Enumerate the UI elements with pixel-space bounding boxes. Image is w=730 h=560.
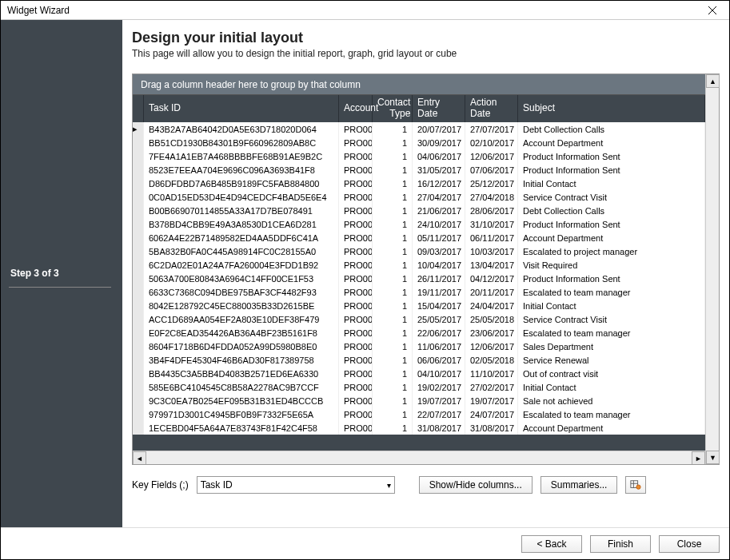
cell-contact-type[interactable]: 1 bbox=[373, 244, 413, 258]
row-handle[interactable] bbox=[133, 285, 144, 299]
cell-entry-date[interactable]: 04/10/2017 bbox=[413, 367, 465, 380]
row-handle[interactable] bbox=[133, 272, 144, 285]
cell-task-id[interactable]: 585E6BC4104545C8B58A2278AC9B7CCF bbox=[144, 380, 339, 394]
cell-action-date[interactable]: 07/06/2017 bbox=[465, 163, 518, 177]
cell-contact-type[interactable]: 1 bbox=[373, 149, 413, 163]
cell-task-id[interactable]: 6C2DA02E01A24A7FA260004E3FDD1B92 bbox=[144, 258, 339, 272]
cell-subject[interactable]: Product Information Sent bbox=[518, 163, 705, 177]
cell-task-id[interactable]: 1ECEBD04F5A64A7E83743F81F42C4F58 bbox=[144, 421, 339, 435]
cell-action-date[interactable]: 31/10/2017 bbox=[465, 217, 518, 231]
row-handle[interactable] bbox=[133, 244, 144, 258]
cell-entry-date[interactable]: 30/09/2017 bbox=[413, 136, 465, 149]
cell-entry-date[interactable]: 09/03/2017 bbox=[413, 244, 465, 258]
scroll-right-icon[interactable]: ► bbox=[692, 451, 705, 464]
column-header-action-date[interactable]: Action Date bbox=[465, 95, 518, 122]
cell-subject[interactable]: Account Department bbox=[518, 421, 705, 435]
cell-contact-type[interactable]: 1 bbox=[373, 299, 413, 312]
cell-entry-date[interactable]: 21/06/2017 bbox=[413, 204, 465, 217]
hscroll-track[interactable] bbox=[146, 451, 692, 464]
key-fields-combo[interactable]: Task ID ▾ bbox=[197, 476, 395, 494]
cell-account[interactable]: PRO00! bbox=[339, 394, 373, 407]
cell-action-date[interactable]: 19/07/2017 bbox=[465, 394, 518, 407]
cell-account[interactable]: PRO00! bbox=[339, 353, 373, 367]
row-handle[interactable] bbox=[133, 217, 144, 231]
cell-action-date[interactable]: 25/05/2018 bbox=[465, 312, 518, 326]
cell-subject[interactable]: Debt Collection Calls bbox=[518, 204, 705, 217]
row-handle[interactable] bbox=[133, 312, 144, 326]
cell-entry-date[interactable]: 22/06/2017 bbox=[413, 326, 465, 340]
scroll-up-icon[interactable]: ▲ bbox=[706, 74, 720, 88]
cell-entry-date[interactable]: 19/11/2017 bbox=[413, 285, 465, 299]
cell-entry-date[interactable]: 19/07/2017 bbox=[413, 394, 465, 407]
cell-action-date[interactable]: 25/12/2017 bbox=[465, 177, 518, 190]
cell-account[interactable]: PRO00 bbox=[339, 244, 373, 258]
cell-account[interactable]: PRO00 bbox=[339, 217, 373, 231]
cell-entry-date[interactable]: 31/05/2017 bbox=[413, 163, 465, 177]
table-row[interactable]: 5BA832B0FA0C445A98914FC0C28155A0PRO00109… bbox=[133, 244, 705, 258]
cell-entry-date[interactable]: 31/08/2017 bbox=[413, 421, 465, 435]
cell-entry-date[interactable]: 10/04/2017 bbox=[413, 258, 465, 272]
cell-action-date[interactable]: 24/07/2017 bbox=[465, 407, 518, 421]
cell-account[interactable]: PRO00 bbox=[339, 258, 373, 272]
cell-action-date[interactable]: 27/02/2017 bbox=[465, 380, 518, 394]
table-row[interactable]: 9C3C0EA7B0254EF095B31B31ED4BCCCBPRO00!11… bbox=[133, 394, 705, 407]
vscroll-track[interactable] bbox=[706, 88, 719, 451]
row-handle[interactable] bbox=[133, 421, 144, 435]
table-row[interactable]: 3B4F4DFE45304F46B6AD30F817389758PRO00!10… bbox=[133, 353, 705, 367]
row-selector-header[interactable] bbox=[133, 95, 144, 122]
back-button[interactable]: < Back bbox=[521, 535, 582, 553]
row-handle[interactable] bbox=[133, 190, 144, 204]
cell-entry-date[interactable]: 22/07/2017 bbox=[413, 407, 465, 421]
cell-account[interactable]: PRO00 bbox=[339, 163, 373, 177]
cell-action-date[interactable]: 02/10/2017 bbox=[465, 136, 518, 149]
table-row[interactable]: 0C0AD15ED53D4E4D94CEDCF4BAD5E6E4PRO00127… bbox=[133, 190, 705, 204]
row-handle[interactable] bbox=[133, 258, 144, 272]
table-row[interactable]: BB51CD1930B84301B9F660962809AB8CPRO00130… bbox=[133, 136, 705, 149]
cell-action-date[interactable]: 02/05/2018 bbox=[465, 353, 518, 367]
cell-account[interactable]: PRO00 bbox=[339, 136, 373, 149]
cell-task-id[interactable]: 9C3C0EA7B0254EF095B31B31ED4BCCCB bbox=[144, 394, 339, 407]
row-handle[interactable] bbox=[133, 407, 144, 421]
table-row[interactable]: 5063A700E80843A6964C14FF00CE1F53PRO00126… bbox=[133, 272, 705, 285]
table-row[interactable]: 8604F1718B6D4FDDA052A99D5980B8E0PRO00!11… bbox=[133, 340, 705, 353]
cell-entry-date[interactable]: 26/11/2017 bbox=[413, 272, 465, 285]
cell-subject[interactable]: Out of contract visit bbox=[518, 367, 705, 380]
cell-contact-type[interactable]: 1 bbox=[373, 421, 413, 435]
cell-task-id[interactable]: B378BD4CBB9E49A3A8530D1CEA6D281 bbox=[144, 217, 339, 231]
cell-subject[interactable]: Escalated to team manager bbox=[518, 407, 705, 421]
row-handle[interactable] bbox=[133, 204, 144, 217]
cell-task-id[interactable]: ACC1D689AA054EF2A803E10DEF38F479 bbox=[144, 312, 339, 326]
grid-options-button[interactable] bbox=[625, 476, 646, 494]
cell-account[interactable]: PRO00: bbox=[339, 285, 373, 299]
row-handle[interactable] bbox=[133, 231, 144, 244]
cell-entry-date[interactable]: 15/04/2017 bbox=[413, 299, 465, 312]
show-hide-columns-button[interactable]: Show/Hide columns... bbox=[419, 476, 533, 494]
table-row[interactable]: 8042E128792C45EC880035B33D2615BEPRO00:11… bbox=[133, 299, 705, 312]
cell-subject[interactable]: Sale not achieved bbox=[518, 394, 705, 407]
table-row[interactable]: 6633C7368C094DBE975BAF3CF4482F93PRO00:11… bbox=[133, 285, 705, 299]
scroll-left-icon[interactable]: ◄ bbox=[133, 451, 146, 464]
cell-subject[interactable]: Initial Contact bbox=[518, 380, 705, 394]
cell-contact-type[interactable]: 1 bbox=[373, 204, 413, 217]
scroll-down-icon[interactable]: ▼ bbox=[706, 451, 720, 464]
cell-subject[interactable]: Visit Required bbox=[518, 258, 705, 272]
cell-account[interactable]: PRO00! bbox=[339, 326, 373, 340]
cell-contact-type[interactable]: 1 bbox=[373, 312, 413, 326]
cell-task-id[interactable]: B00B669070114855A33A17D7BE078491 bbox=[144, 204, 339, 217]
row-handle[interactable] bbox=[133, 380, 144, 394]
cell-entry-date[interactable]: 24/10/2017 bbox=[413, 217, 465, 231]
cell-account[interactable]: PRO00 bbox=[339, 231, 373, 244]
cell-account[interactable]: PRO00: bbox=[339, 299, 373, 312]
table-row[interactable]: B378BD4CBB9E49A3A8530D1CEA6D281PRO00124/… bbox=[133, 217, 705, 231]
column-header-contact-type[interactable]: Contact Type bbox=[373, 95, 413, 122]
table-row[interactable]: D86DFDBD7A6B485B9189FC5FAB884800PRO00116… bbox=[133, 177, 705, 190]
cell-action-date[interactable]: 28/06/2017 bbox=[465, 204, 518, 217]
cell-entry-date[interactable]: 06/06/2017 bbox=[413, 353, 465, 367]
cell-task-id[interactable]: 8042E128792C45EC880035B33D2615BE bbox=[144, 299, 339, 312]
table-row[interactable]: E0F2C8EAD354426AB36A4BF23B5161F8PRO00!12… bbox=[133, 326, 705, 340]
cell-account[interactable]: PRO00 bbox=[339, 204, 373, 217]
cell-account[interactable]: PRO00 bbox=[339, 190, 373, 204]
cell-subject[interactable]: Escalated to team manager bbox=[518, 285, 705, 299]
cell-account[interactable]: PRO00! bbox=[339, 312, 373, 326]
cell-subject[interactable]: Product Information Sent bbox=[518, 272, 705, 285]
